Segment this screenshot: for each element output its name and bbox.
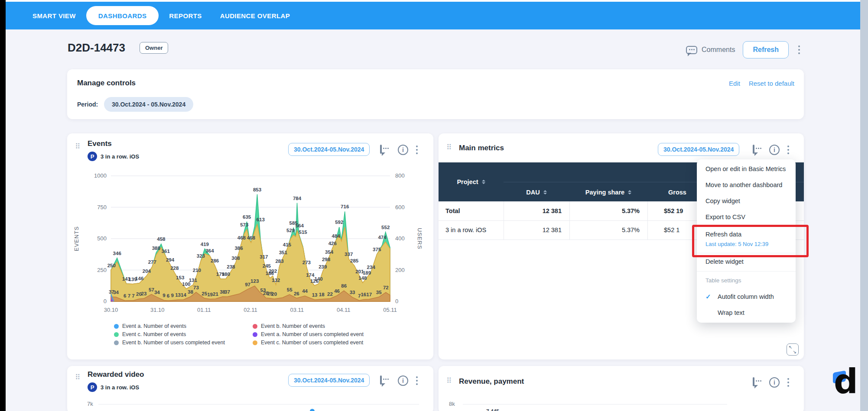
svg-text:600: 600	[395, 204, 405, 210]
svg-text:250: 250	[97, 267, 107, 273]
drag-handle-icon[interactable]: ⠿	[75, 143, 80, 150]
svg-text:55: 55	[287, 287, 293, 292]
column-divider	[647, 201, 648, 239]
svg-text:16: 16	[361, 292, 366, 297]
tab-smart-view[interactable]: SMART VIEW	[25, 6, 84, 25]
events-project: P 3 in a row. iOS	[88, 152, 139, 161]
legend-item[interactable]: Event b. Number of users completed event	[114, 340, 253, 346]
refresh-button[interactable]: Refresh	[743, 41, 789, 58]
y-axis-tick: 7k	[87, 401, 93, 407]
svg-text:02.11: 02.11	[244, 307, 257, 313]
column-header-paying-share[interactable]: Paying share	[569, 189, 647, 196]
svg-text:34: 34	[154, 290, 160, 295]
svg-text:204: 204	[143, 269, 151, 274]
events-kebab-menu[interactable]	[414, 144, 419, 156]
svg-text:354: 354	[325, 249, 334, 255]
sort-icon[interactable]	[482, 180, 485, 184]
column-header-dau[interactable]: DAU	[504, 189, 569, 196]
column-header-project[interactable]: Project	[439, 162, 504, 201]
main-metrics-date-range-pill[interactable]: 30.Oct.2024-05.Nov.2024	[658, 143, 739, 156]
svg-text:202: 202	[269, 269, 277, 274]
events-comment-icon[interactable]	[380, 145, 382, 154]
menu-item-autofit-column-width[interactable]: Autofit column width	[718, 293, 774, 300]
revenue-kebab-menu[interactable]	[786, 376, 791, 388]
svg-text:283: 283	[275, 259, 283, 264]
legend-item[interactable]: Event c. Number of users completed event	[253, 340, 364, 346]
page-title: D2D-14473	[68, 41, 125, 55]
svg-text:23: 23	[141, 291, 147, 296]
events-chart-legend: Event a. Number of events Event c. Numbe…	[67, 323, 433, 346]
drag-handle-icon[interactable]: ⠿	[446, 144, 452, 151]
tab-audience-overlap[interactable]: AUDIENCE OVERLAP	[212, 6, 298, 25]
menu-item-copy-widget[interactable]: Copy widget	[705, 197, 740, 204]
legend-item[interactable]: Event a. Number of users completed event	[253, 331, 364, 337]
svg-text:552: 552	[381, 225, 390, 230]
reset-to-default-link[interactable]: Reset to default	[749, 80, 794, 87]
svg-text:132: 132	[272, 278, 280, 283]
top-nav-bar: SMART VIEW DASHBOARDS REPORTS AUDIENCE O…	[6, 2, 860, 29]
main-metrics-info-icon[interactable]: i	[769, 145, 780, 155]
svg-text:44: 44	[302, 288, 308, 294]
period-label: Period:	[77, 101, 98, 108]
edit-link[interactable]: Edit	[729, 80, 740, 87]
page-scrollbar[interactable]	[860, 0, 868, 411]
svg-text:9: 9	[171, 293, 173, 298]
revenue-comment-icon[interactable]	[753, 377, 754, 386]
rewarded-video-date-range-pill[interactable]: 30.Oct.2024-05.Nov.2024	[288, 374, 370, 387]
svg-text:200: 200	[395, 267, 405, 273]
main-metrics-kebab-menu[interactable]	[786, 144, 791, 156]
svg-text:564: 564	[296, 223, 304, 228]
dashboard-kebab-menu[interactable]	[796, 44, 802, 56]
svg-text:7: 7	[132, 293, 134, 298]
svg-text:131: 131	[189, 278, 198, 283]
menu-item-open-basic-metrics[interactable]: Open or edit in Basic Metrics	[705, 165, 786, 172]
menu-divider	[697, 271, 796, 272]
sort-icon[interactable]	[628, 190, 631, 194]
menu-item-delete-widget[interactable]: Delete widget	[705, 258, 744, 265]
expand-widget-icon[interactable]: ↖↘	[787, 343, 799, 356]
legend-item[interactable]: Event c. Number of events	[114, 331, 253, 337]
rewarded-video-info-icon[interactable]: i	[398, 375, 408, 386]
events-info-icon[interactable]: i	[398, 145, 408, 155]
tab-reports[interactable]: REPORTS	[161, 6, 209, 25]
svg-text:13: 13	[175, 292, 181, 298]
svg-text:298: 298	[322, 257, 331, 262]
svg-text:361: 361	[162, 249, 170, 254]
svg-text:0: 0	[395, 298, 398, 304]
events-date-range-pill[interactable]: 30.Oct.2024-05.Nov.2024	[288, 143, 370, 156]
svg-text:308: 308	[231, 256, 240, 261]
drag-handle-icon[interactable]: ⠿	[446, 377, 452, 385]
legend-item[interactable]: Event b. Number of events	[253, 323, 364, 329]
tab-dashboards[interactable]: DASHBOARDS	[86, 6, 159, 25]
events-widget: ⠿ Events P 3 in a row. iOS 30.Oct.2024-0…	[67, 133, 433, 359]
menu-item-move-dashboard[interactable]: Move to another dashboard	[705, 181, 782, 188]
menu-item-wrap-text[interactable]: Wrap text	[718, 309, 744, 316]
nav-tabs: SMART VIEW DASHBOARDS REPORTS AUDIENCE O…	[6, 6, 298, 25]
comments-button[interactable]: Comments	[686, 46, 735, 54]
svg-text:17: 17	[366, 292, 372, 297]
revenue-info-icon[interactable]: i	[769, 377, 780, 388]
svg-text:6: 6	[167, 293, 169, 298]
svg-text:97: 97	[245, 282, 250, 287]
drag-handle-icon[interactable]: ⠿	[75, 374, 80, 381]
svg-text:73: 73	[193, 285, 199, 290]
rewarded-video-widget: ⠿ Rewarded video P 3 in a row. iOS 30.Oc…	[67, 366, 433, 411]
rewarded-video-comment-icon[interactable]	[380, 375, 382, 385]
svg-text:386: 386	[234, 246, 243, 251]
menu-item-export-csv[interactable]: Export to CSV	[705, 214, 745, 220]
svg-text:426: 426	[328, 241, 337, 246]
svg-text:400: 400	[395, 235, 405, 242]
period-value-pill[interactable]: 30.Oct.2024 - 05.Nov.2024	[104, 97, 193, 112]
column-divider	[569, 201, 570, 239]
rewarded-video-kebab-menu[interactable]	[414, 375, 419, 387]
events-area-chart: 02505007501000020040060080030.1031.1001.…	[67, 170, 433, 320]
main-metrics-comment-icon[interactable]	[753, 145, 754, 154]
svg-text:25: 25	[202, 291, 207, 296]
svg-text:364: 364	[205, 248, 214, 253]
svg-text:57: 57	[149, 287, 154, 292]
svg-text:294: 294	[166, 257, 175, 262]
legend-item[interactable]: Event a. Number of events	[114, 323, 253, 329]
sort-icon[interactable]	[543, 190, 547, 194]
svg-text:337: 337	[345, 252, 353, 257]
svg-text:05.11: 05.11	[383, 307, 397, 313]
